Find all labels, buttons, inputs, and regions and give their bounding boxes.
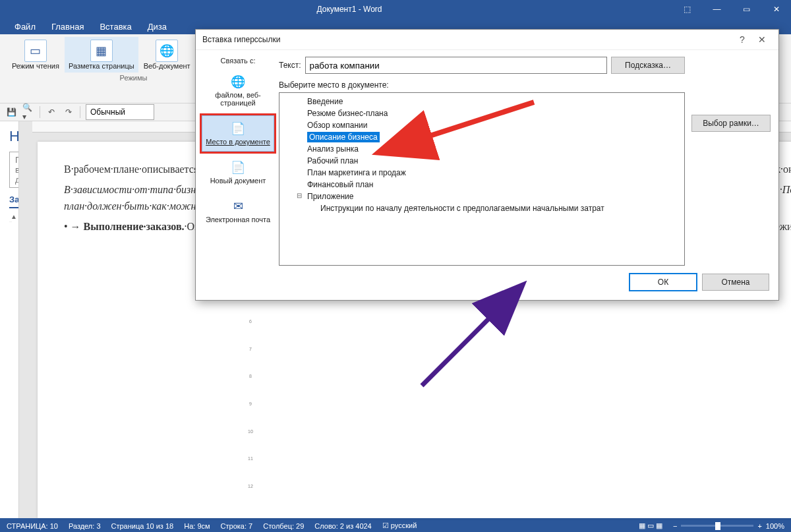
tab-file[interactable]: Файл	[7, 19, 44, 34]
tree-item[interactable]: Введение	[281, 96, 683, 107]
dialog-close-button[interactable]: ✕	[752, 34, 772, 45]
link-to-new-document[interactable]: 📄 Новый документ	[202, 154, 274, 191]
dialog-help-button[interactable]: ?	[732, 34, 752, 45]
select-place-label: Выберите место в документе:	[279, 80, 685, 90]
save-icon[interactable]: 💾	[5, 106, 17, 118]
email-icon: ✉	[205, 199, 271, 214]
tab-design[interactable]: Диза	[140, 19, 175, 34]
redo-icon[interactable]: ↷	[63, 106, 74, 118]
tree-item[interactable]: Анализ рынка	[281, 143, 683, 155]
status-col[interactable]: Столбец: 29	[263, 522, 304, 530]
nav-collapse-all[interactable]: ▲	[9, 212, 12, 222]
zoom-value: 100%	[766, 522, 784, 530]
status-page-of[interactable]: Страница 10 из 18	[111, 522, 174, 530]
link-to-label: Связать с:	[221, 57, 256, 65]
status-line[interactable]: Строка: 7	[221, 522, 253, 530]
new-document-icon: 📄	[205, 160, 271, 175]
close-button[interactable]: ✕	[761, 0, 791, 18]
style-input[interactable]	[86, 104, 154, 120]
display-text-label: Текст:	[279, 61, 301, 70]
ribbon-options-icon[interactable]: ⬚	[672, 0, 702, 18]
screentip-button[interactable]: Подсказка…	[611, 57, 685, 74]
minimize-button[interactable]: —	[702, 0, 732, 18]
book-icon: ▭	[24, 40, 47, 62]
status-lang[interactable]: ☑ русский	[382, 521, 417, 530]
document-place-icon: 📄	[205, 121, 271, 136]
status-at[interactable]: На: 9см	[184, 522, 210, 530]
tree-item[interactable]: Рабочий план	[281, 155, 683, 167]
undo-icon[interactable]: ↶	[45, 106, 57, 118]
tree-item[interactable]: Обзор компании	[281, 119, 683, 131]
ok-button[interactable]: ОК	[630, 274, 697, 291]
link-to-file-web[interactable]: 🌐 файлом, веб-страницей	[202, 69, 274, 113]
web-layout-label: Веб-документ	[144, 62, 190, 70]
view-group-label: Режимы	[120, 74, 148, 82]
zoom-slider[interactable]: −+ 100%	[673, 522, 784, 530]
read-mode-button[interactable]: ▭ Режим чтения	[8, 37, 63, 73]
read-mode-label: Режим чтения	[12, 62, 59, 70]
status-words[interactable]: Слово: 2 из 4024	[314, 522, 371, 530]
navigation-pane: Навигация Поиск в документе Заголовки Ст…	[0, 121, 19, 518]
dialog-title: Вставка гиперссылки	[202, 35, 732, 44]
web-layout-button[interactable]: 🌐 Веб-документ	[140, 37, 194, 73]
tab-insert[interactable]: Вставка	[92, 19, 139, 34]
tree-item[interactable]: Инструкции по началу деятельности с пред…	[281, 202, 683, 214]
globe-icon: 🌐	[156, 40, 178, 62]
view-buttons[interactable]: ▦ ▭ ▦	[639, 521, 662, 530]
status-bar: СТРАНИЦА: 10 Раздел: 3 Страница 10 из 18…	[0, 518, 791, 532]
status-section[interactable]: Раздел: 3	[69, 522, 101, 530]
link-to-place-in-document[interactable]: 📄 Место в документе	[202, 115, 274, 152]
title-bar: Документ1 - Word ⬚ — ▭ ✕	[0, 0, 791, 18]
find-icon[interactable]: 🔍▾	[22, 106, 34, 118]
maximize-button[interactable]: ▭	[732, 0, 761, 18]
tree-item[interactable]: Приложение	[281, 191, 683, 202]
tree-item[interactable]: Резюме бизнес-плана	[281, 107, 683, 119]
link-to-email[interactable]: ✉ Электронная почта	[202, 193, 274, 229]
print-layout-button[interactable]: ▦ Разметка страницы	[65, 37, 138, 73]
window-title: Документ1 - Word	[26, 5, 672, 14]
status-page[interactable]: СТРАНИЦА: 10	[7, 522, 58, 530]
tab-home[interactable]: Главная	[44, 19, 92, 34]
display-text-input[interactable]	[305, 57, 607, 74]
target-frame-button[interactable]: Выбор рамки…	[691, 115, 771, 132]
insert-hyperlink-dialog: Вставка гиперссылки ? ✕ Связать с: 🌐 фай…	[195, 29, 779, 301]
nav-search-input[interactable]: Поиск в документе	[9, 152, 19, 188]
globe-file-icon: 🌐	[205, 74, 271, 89]
tree-item[interactable]: План маркетинга и продаж	[281, 167, 683, 179]
document-locations-tree[interactable]: Введение Резюме бизнес-плана Обзор компа…	[279, 92, 685, 266]
print-layout-label: Разметка страницы	[69, 62, 134, 70]
cancel-button[interactable]: Отмена	[702, 274, 769, 291]
page-icon: ▦	[90, 40, 113, 62]
tree-item[interactable]: Финансовый план	[281, 179, 683, 191]
nav-tab-headings[interactable]: Заголовки	[9, 194, 19, 208]
tree-item[interactable]: Описание бизнеса	[281, 131, 683, 143]
